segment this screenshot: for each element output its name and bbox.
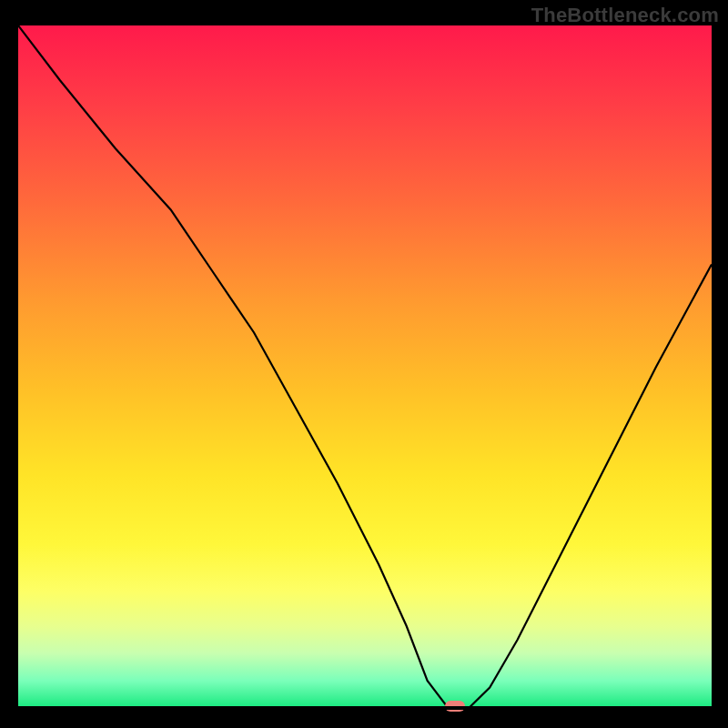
- chart-frame: TheBottleneck.com: [0, 0, 728, 728]
- y-axis: [15, 25, 18, 710]
- bottleneck-curve: [18, 25, 712, 708]
- watermark-text: TheBottleneck.com: [531, 4, 719, 27]
- x-axis: [15, 706, 713, 710]
- plot-area: [18, 25, 712, 708]
